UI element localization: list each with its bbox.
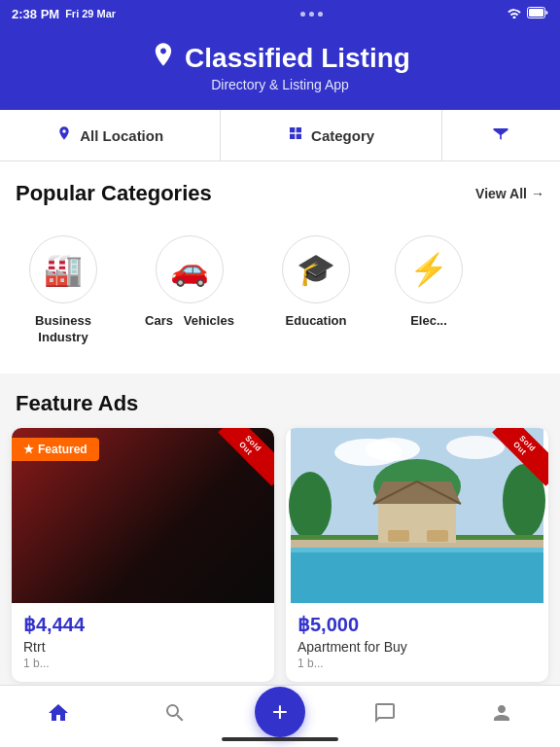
ad-card-2[interactable]: Sold Out ฿5,000 Apartment for Buy 1 b... xyxy=(286,428,548,682)
app-header: Classified Listing Directory & Listing A… xyxy=(0,27,560,110)
battery-icon xyxy=(527,7,548,21)
main-content: Popular Categories View All → 🏭 Business… xyxy=(0,161,560,747)
ad-price-2: ฿5,000 xyxy=(298,613,537,636)
app-title-text: Classified Listing xyxy=(185,43,410,74)
ad-info-2: ฿5,000 Apartment for Buy 1 b... xyxy=(286,603,548,682)
nav-location-label: All Location xyxy=(80,127,163,144)
electronics-icon: ⚡ xyxy=(395,235,463,303)
category-business[interactable]: 🏭 BusinessIndustry xyxy=(0,228,126,354)
categories-list: 🏭 BusinessIndustry 🚗 Cars Vehicles 🎓 Edu… xyxy=(0,218,560,374)
profile-icon xyxy=(490,701,513,729)
svg-rect-18 xyxy=(427,530,448,542)
svg-rect-17 xyxy=(388,530,409,542)
svg-rect-10 xyxy=(291,545,543,603)
status-date: Fri 29 Mar xyxy=(65,8,116,19)
app-subtitle: Directory & Listing App xyxy=(16,77,544,92)
status-time: 2:38 PM xyxy=(12,7,59,21)
ad-price-1: ฿4,444 xyxy=(23,613,262,636)
ad-image-2: Sold Out xyxy=(286,428,548,603)
nav-bar: All Location Category xyxy=(0,110,560,161)
svg-rect-1 xyxy=(529,9,543,17)
tab-home[interactable] xyxy=(0,695,117,729)
status-icons xyxy=(507,7,548,21)
wifi-icon xyxy=(507,7,522,21)
chat-icon xyxy=(373,701,397,729)
education-icon: 🎓 xyxy=(282,235,350,303)
ad-meta-2: 1 b... xyxy=(298,657,537,670)
category-electronics[interactable]: ⚡ Elec... xyxy=(379,228,478,354)
category-electronics-label: Elec... xyxy=(410,313,447,330)
tab-chat[interactable] xyxy=(327,695,443,729)
tab-add-container: + xyxy=(233,681,327,745)
ad-title-2: Apartment for Buy xyxy=(298,639,537,655)
cars-icon: 🚗 xyxy=(156,235,224,303)
category-education[interactable]: 🎓 Education xyxy=(253,228,379,354)
ad-image-1: ★ Featured Sold Out xyxy=(12,428,274,603)
featured-badge: ★ Featured xyxy=(12,438,99,461)
nav-category-label: Category xyxy=(311,127,374,144)
star-icon: ★ xyxy=(23,443,34,456)
home-indicator xyxy=(222,737,338,741)
business-icon: 🏭 xyxy=(29,235,97,303)
categories-title: Popular Categories xyxy=(16,181,212,206)
add-button[interactable]: + xyxy=(255,687,305,737)
nav-filter[interactable] xyxy=(442,110,560,160)
ad-title-1: Rtrt xyxy=(23,639,262,655)
category-cars-label: Cars Vehicles xyxy=(145,313,234,330)
feature-ads-title: Feature Ads xyxy=(16,391,138,415)
nav-location[interactable]: All Location xyxy=(0,110,221,160)
nav-category[interactable]: Category xyxy=(221,110,441,160)
ad-meta-1: 1 b... xyxy=(23,657,262,670)
category-business-label: BusinessIndustry xyxy=(35,313,91,346)
arrow-right-icon: → xyxy=(531,186,544,201)
sold-out-wrap-1: Sold Out xyxy=(216,428,274,486)
svg-point-4 xyxy=(366,438,420,461)
nav-category-icon xyxy=(288,125,303,145)
ad-card-1[interactable]: ★ Featured Sold Out ฿4,444 Rtrt 1 b... xyxy=(12,428,274,682)
ads-grid: ★ Featured Sold Out ฿4,444 Rtrt 1 b... xyxy=(0,428,560,694)
filter-icon xyxy=(491,124,510,147)
tab-search[interactable] xyxy=(117,695,233,729)
category-education-label: Education xyxy=(286,313,347,330)
svg-marker-14 xyxy=(373,481,461,504)
sold-out-ribbon-1: Sold Out xyxy=(218,428,274,486)
nav-location-icon xyxy=(56,125,72,145)
ad-info-1: ฿4,444 Rtrt 1 b... xyxy=(12,603,274,682)
svg-point-6 xyxy=(289,472,332,540)
popular-categories-section: Popular Categories View All → 🏭 Business… xyxy=(0,161,560,374)
feature-ads-header: Feature Ads xyxy=(0,374,560,428)
app-title: Classified Listing xyxy=(16,41,544,75)
status-bar: 2:38 PM Fri 29 Mar xyxy=(0,0,560,27)
category-cars[interactable]: 🚗 Cars Vehicles xyxy=(126,228,253,354)
plus-icon: + xyxy=(272,698,288,726)
home-icon xyxy=(47,701,70,729)
search-icon xyxy=(163,701,187,729)
categories-header: Popular Categories View All → xyxy=(0,161,560,218)
tab-profile[interactable] xyxy=(443,695,560,729)
sold-out-ribbon-2: Sold Out xyxy=(492,428,548,486)
sold-out-wrap-2: Sold Out xyxy=(490,428,548,486)
status-dots xyxy=(300,12,323,17)
view-all-button[interactable]: View All → xyxy=(475,186,544,201)
location-pin-icon xyxy=(150,41,177,75)
